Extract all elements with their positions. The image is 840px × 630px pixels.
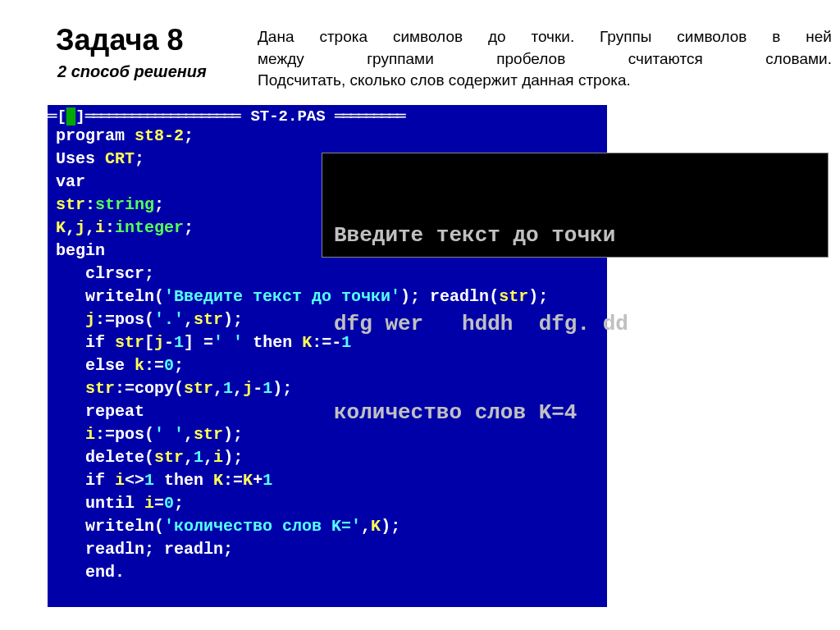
code-line: if i<>1 then K:=K+1 <box>48 469 607 492</box>
desc-line-2: междугруппамипробеловсчитаютсясловами. <box>258 48 832 71</box>
window-control[interactable]: ═[█]════════════════════ <box>48 108 240 125</box>
editor-titlebar: ═[█]════════════════════ ST-2.PAS ══════… <box>48 108 607 125</box>
console-output: Введите текст до точки dfg wer hddh dfg.… <box>322 153 829 258</box>
code-line: until i=0; <box>48 492 607 515</box>
output-line-2: dfg wer hddh dfg. dd <box>334 309 816 339</box>
desc-line-1: Данастрокасимволовдоточки.Группысимволов… <box>258 26 832 48</box>
task-subtitle: 2 способ решения <box>57 62 207 81</box>
task-description: Данастрокасимволовдоточки.Группысимволов… <box>258 26 832 92</box>
code-line: program st8-2; <box>48 125 607 148</box>
slide-header: Задача 8 2 способ решения <box>56 23 207 81</box>
code-line: readln; readln; <box>48 538 607 561</box>
output-line-1: Введите текст до точки <box>334 221 816 250</box>
code-line: writeln('количество слов K=',K); <box>48 515 607 538</box>
task-title: Задача 8 <box>56 23 207 57</box>
code-line: end. <box>48 561 607 584</box>
output-line-3: количество слов K=4 <box>334 398 816 427</box>
desc-line-3: Подсчитать, сколько слов содержит данная… <box>258 70 832 92</box>
filename-label: ST-2.PAS <box>250 107 335 126</box>
